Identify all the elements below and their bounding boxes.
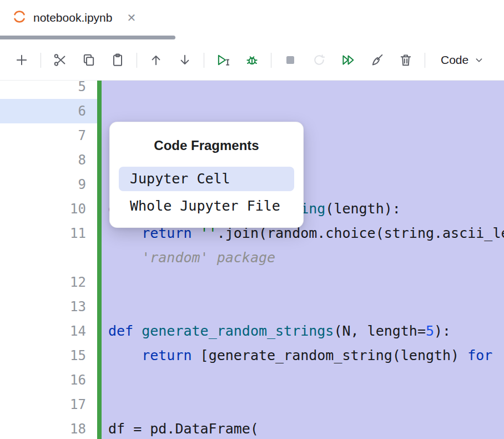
code-line[interactable]: def generate_random_strings(N, length=5)… [102, 319, 504, 343]
copy-cell-icon [81, 52, 97, 68]
popup-title: Code Fragments [119, 138, 294, 153]
cell-marker [97, 368, 102, 392]
line-number[interactable]: 8 [0, 148, 97, 172]
cell-marker [97, 246, 102, 270]
run-cell-select-below-button[interactable] [212, 49, 234, 71]
cell-marker [97, 295, 102, 319]
editor-line: 'random' package [0, 246, 504, 270]
clear-outputs-icon [369, 52, 385, 68]
chevron-down-icon [473, 54, 485, 66]
code-line[interactable] [102, 270, 504, 295]
cell-type-dropdown[interactable]: Code [436, 50, 490, 70]
tab-close-icon[interactable]: ✕ [124, 11, 138, 24]
cell-marker [97, 319, 102, 343]
line-number[interactable]: 11 [0, 221, 97, 246]
line-number[interactable]: 12 [0, 270, 97, 295]
cut-cell-button[interactable] [49, 49, 71, 71]
line-number[interactable]: 18 [0, 417, 97, 439]
line-number[interactable]: 7 [0, 123, 97, 148]
cell-marker [97, 148, 102, 172]
editor-line: 16 [0, 368, 504, 392]
add-cell-button[interactable] [11, 49, 33, 71]
debug-cell-icon [244, 52, 260, 68]
move-cell-down-icon [177, 52, 193, 68]
cell-marker [97, 221, 102, 246]
move-cell-up-button[interactable] [145, 49, 167, 71]
run-all-cells-icon [340, 52, 356, 68]
delete-cell-icon [398, 52, 414, 68]
debug-cell-button[interactable] [241, 49, 263, 71]
line-number[interactable]: 14 [0, 319, 97, 343]
cell-marker [97, 343, 102, 368]
code-line[interactable] [102, 368, 504, 392]
copy-cell-button[interactable] [78, 49, 100, 71]
code-line[interactable] [102, 392, 504, 417]
code-line[interactable]: df = pd.DataFrame( [102, 417, 504, 439]
toolbar-separator [425, 53, 425, 68]
line-number[interactable]: 15 [0, 343, 97, 368]
notebook-toolbar: Code [0, 40, 504, 81]
tab-title: notebook.ipynb [33, 11, 112, 24]
tab-bar: notebook.ipynb ✕ [0, 0, 504, 36]
tab-notebook[interactable]: notebook.ipynb ✕ [12, 9, 138, 26]
toolbar-separator [137, 53, 137, 68]
line-number[interactable]: 10 [0, 197, 97, 221]
toolbar-separator [41, 53, 41, 68]
tab-loading-track [0, 36, 504, 40]
popup-item-list: Jupyter CellWhole Jupyter File [119, 167, 294, 218]
toolbar-separator [271, 53, 271, 68]
popup-item-jupyter-cell[interactable]: Jupyter Cell [119, 167, 294, 191]
cell-type-label: Code [441, 53, 468, 67]
restart-kernel-button[interactable] [308, 49, 330, 71]
editor-line: 13 [0, 295, 504, 319]
code-line[interactable]: return [generate_random_string(length) f… [102, 343, 504, 368]
cell-marker [97, 197, 102, 221]
cell-marker [97, 417, 102, 439]
editor-line: 17 [0, 392, 504, 417]
line-number[interactable]: 17 [0, 392, 97, 417]
toolbar-separator [204, 53, 204, 68]
delete-cell-button[interactable] [395, 49, 417, 71]
cell-marker [97, 392, 102, 417]
code-line[interactable] [102, 295, 504, 319]
code-line[interactable] [102, 81, 504, 99]
add-cell-icon [14, 52, 29, 68]
move-cell-up-icon [148, 52, 164, 68]
stop-execution-button[interactable] [279, 49, 301, 71]
clear-outputs-button[interactable] [366, 49, 388, 71]
run-cell-select-below-icon [215, 52, 231, 68]
line-number[interactable]: 5 [0, 81, 97, 99]
cell-marker [97, 270, 102, 295]
editor-line: 6 [0, 99, 504, 123]
editor-line: 18df = pd.DataFrame( [0, 417, 504, 439]
jupyter-icon [12, 9, 27, 26]
code-fragments-popup: Code Fragments Jupyter CellWhole Jupyter… [109, 122, 304, 228]
restart-kernel-icon [311, 52, 327, 68]
editor-line: 14def generate_random_strings(N, length=… [0, 319, 504, 343]
paste-cell-icon [110, 52, 125, 68]
stop-execution-icon [283, 52, 298, 68]
cell-marker [97, 81, 102, 99]
cell-marker [97, 172, 102, 197]
editor-line: 12 [0, 270, 504, 295]
editor-line: 15 return [generate_random_string(length… [0, 343, 504, 368]
code-line[interactable] [102, 99, 504, 123]
line-number[interactable]: 13 [0, 295, 97, 319]
popup-item-whole-jupyter-file[interactable]: Whole Jupyter File [119, 194, 294, 218]
tab-loading-bar [0, 36, 175, 39]
line-number[interactable]: 16 [0, 368, 97, 392]
cell-marker [97, 99, 102, 123]
editor: 5678910def generate_random_string(length… [0, 81, 504, 439]
move-cell-down-button[interactable] [174, 49, 196, 71]
line-number[interactable]: 9 [0, 172, 97, 197]
line-number[interactable]: 6 [0, 99, 97, 123]
run-all-cells-button[interactable] [337, 49, 359, 71]
cell-marker [97, 123, 102, 148]
paste-cell-button[interactable] [107, 49, 129, 71]
cut-cell-icon [52, 52, 68, 68]
editor-line: 5 [0, 81, 504, 99]
code-line[interactable]: 'random' package [102, 246, 504, 270]
line-number[interactable] [0, 246, 97, 270]
